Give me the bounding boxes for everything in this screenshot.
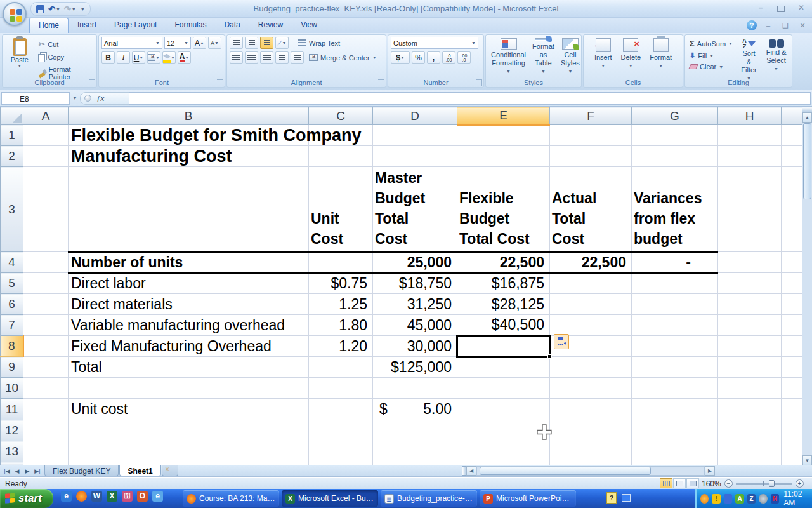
- tab-review[interactable]: Review: [249, 18, 292, 33]
- tab-split-handle[interactable]: [462, 466, 466, 476]
- cell-D11[interactable]: $ 5.00: [373, 399, 457, 420]
- row-header-5[interactable]: 5: [1, 273, 23, 294]
- next-sheet-icon[interactable]: ▶: [23, 468, 32, 474]
- fill-handle[interactable]: [547, 354, 552, 359]
- conditional-formatting-button[interactable]: Conditional Formatting▼: [488, 37, 528, 77]
- zoom-out-button[interactable]: −: [724, 479, 733, 488]
- scroll-up-icon[interactable]: ▲: [802, 112, 812, 123]
- cell-E5[interactable]: $16,875: [457, 273, 550, 294]
- cell-H4[interactable]: [718, 252, 782, 273]
- cell-A1[interactable]: [23, 125, 69, 146]
- cell-G2[interactable]: [632, 146, 718, 167]
- cell-F2[interactable]: [550, 146, 632, 167]
- close-button[interactable]: [794, 4, 808, 13]
- cell-C7[interactable]: 1.80: [309, 315, 373, 336]
- cell-B5[interactable]: Direct labor: [69, 273, 309, 294]
- cell-C2[interactable]: [309, 146, 373, 167]
- row-header-4[interactable]: 4: [1, 252, 23, 273]
- cell-D9[interactable]: $125,000: [373, 357, 457, 378]
- cell-H3[interactable]: [718, 167, 782, 252]
- horizontal-scroll-thumb[interactable]: [480, 467, 651, 475]
- cell-E3[interactable]: Flexible Budget Total Cost: [457, 167, 550, 252]
- help-button[interactable]: ?: [747, 20, 757, 30]
- auto-fill-options-button[interactable]: [554, 334, 569, 349]
- workbook-close-button[interactable]: ✕: [797, 22, 808, 30]
- task-button-budgeting-doc[interactable]: ≣ Budgeting_practice-fl...: [381, 490, 477, 507]
- cell-G8[interactable]: [632, 336, 718, 357]
- tray-app-blue-icon[interactable]: [724, 494, 732, 504]
- delete-cells-button[interactable]: Delete▼: [618, 37, 643, 77]
- cell-D6[interactable]: 31,250: [373, 294, 457, 315]
- clear-button[interactable]: Clear▼: [688, 62, 735, 71]
- cell-H10[interactable]: [718, 378, 782, 399]
- cell-F3[interactable]: Actual Total Cost: [550, 167, 632, 252]
- cell-D8[interactable]: 30,000: [373, 336, 457, 357]
- restore-button[interactable]: [774, 4, 788, 13]
- cell-F5[interactable]: [550, 273, 632, 294]
- task-button-firefox-course[interactable]: Course: BA 213: Man...: [183, 490, 279, 507]
- cell-A10[interactable]: [23, 378, 69, 399]
- align-center-button[interactable]: [245, 51, 258, 64]
- autosum-button[interactable]: Σ AutoSum▼: [688, 38, 735, 49]
- borders-button[interactable]: ▼: [147, 51, 160, 64]
- cell-C8[interactable]: 1.20: [309, 336, 373, 357]
- font-dialog-launcher-icon[interactable]: [217, 79, 223, 86]
- insert-function-button[interactable]: ƒx: [80, 92, 129, 105]
- keys-icon[interactable]: ⚿: [122, 491, 133, 502]
- page-layout-view-button[interactable]: [673, 478, 686, 488]
- cell-B13[interactable]: [69, 441, 309, 462]
- clipboard-dialog-launcher-icon[interactable]: [89, 79, 95, 86]
- cell-G5[interactable]: [632, 273, 718, 294]
- row-header-9[interactable]: 9: [1, 357, 23, 378]
- font-size-select[interactable]: 12▼: [164, 37, 191, 49]
- tab-data[interactable]: Data: [215, 18, 249, 33]
- workbook-minimize-button[interactable]: –: [763, 22, 774, 29]
- cell-C13[interactable]: [309, 441, 373, 462]
- cell-G3[interactable]: Variances from flex budget: [632, 167, 718, 252]
- cell-F1[interactable]: [550, 125, 632, 146]
- cell-D10[interactable]: [373, 378, 457, 399]
- cell-G6[interactable]: [632, 294, 718, 315]
- cell-E4[interactable]: 22,500: [457, 252, 550, 273]
- copy-button[interactable]: Copy: [36, 51, 94, 63]
- cell-D7[interactable]: 45,000: [373, 315, 457, 336]
- increase-indent-button[interactable]: [291, 51, 304, 64]
- msn-icon[interactable]: e: [152, 491, 163, 502]
- cell-F4[interactable]: 22,500: [550, 252, 632, 273]
- comma-style-button[interactable]: ,: [427, 51, 440, 64]
- paste-button[interactable]: Paste ▼: [5, 37, 34, 77]
- cell-A8[interactable]: [23, 336, 69, 357]
- row-header-1[interactable]: 1: [1, 125, 23, 146]
- format-as-table-button[interactable]: Format as Table▼: [530, 37, 557, 77]
- cell-G13[interactable]: [632, 441, 718, 462]
- fill-color-button[interactable]: ▼: [162, 51, 176, 64]
- tray-n-icon[interactable]: N: [771, 494, 779, 504]
- zoom-in-button[interactable]: +: [796, 479, 804, 488]
- horizontal-scrollbar[interactable]: ◀ ▶: [462, 465, 726, 476]
- cell-styles-button[interactable]: Cell Styles▼: [558, 37, 582, 77]
- select-all-corner[interactable]: [1, 107, 23, 125]
- horizontal-scroll-track[interactable]: [476, 466, 705, 476]
- office-button[interactable]: [3, 2, 27, 26]
- cell-E11[interactable]: [457, 399, 550, 420]
- row-header-8[interactable]: 8: [1, 336, 23, 357]
- insert-worksheet-button[interactable]: [162, 465, 178, 476]
- scroll-right-icon[interactable]: ▶: [705, 466, 715, 476]
- cell-F7[interactable]: [550, 315, 632, 336]
- wrap-text-button[interactable]: Wrap Text: [296, 39, 342, 48]
- percent-style-button[interactable]: %: [412, 51, 425, 64]
- cell-D2[interactable]: [373, 146, 457, 167]
- cell-H11[interactable]: [718, 399, 782, 420]
- tray-shield-icon[interactable]: !: [712, 494, 720, 504]
- last-sheet-icon[interactable]: ▶|: [33, 468, 42, 474]
- excel-icon[interactable]: X: [107, 491, 117, 502]
- zoom-slider-thumb[interactable]: [769, 480, 775, 487]
- cell-E13[interactable]: [457, 441, 550, 462]
- alignment-dialog-launcher-icon[interactable]: [378, 79, 384, 86]
- tab-home[interactable]: Home: [29, 18, 69, 33]
- tab-page-layout[interactable]: Page Layout: [105, 18, 166, 33]
- task-button-excel[interactable]: X Microsoft Excel - Bud...: [282, 490, 378, 507]
- cell-G4[interactable]: -: [632, 252, 718, 273]
- row-header-3[interactable]: 3: [1, 167, 23, 252]
- cell-G9[interactable]: [632, 357, 718, 378]
